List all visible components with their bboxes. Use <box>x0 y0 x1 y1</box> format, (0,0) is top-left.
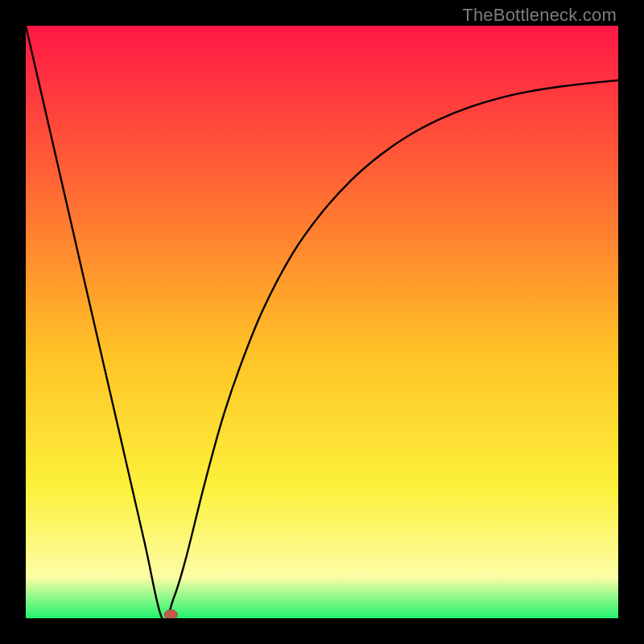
chart-svg <box>26 26 618 618</box>
gradient-background <box>26 26 618 618</box>
watermark-text: TheBottleneck.com <box>462 5 617 26</box>
optimum-marker <box>164 610 177 618</box>
chart-container: { "watermark": "TheBottleneck.com", "col… <box>0 0 644 644</box>
plot-area <box>26 26 618 618</box>
